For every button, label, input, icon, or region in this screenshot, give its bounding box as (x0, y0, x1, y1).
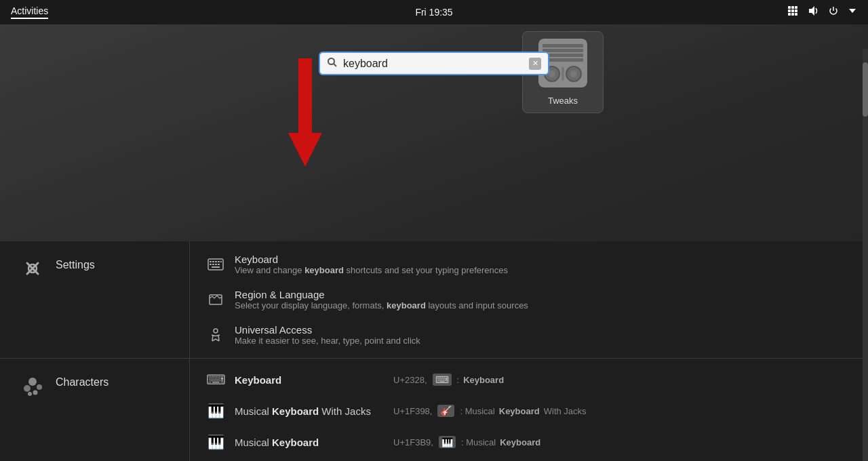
red-arrow (285, 58, 326, 176)
char-musical-item[interactable]: 🎹 Musical Keyboard U+1F3B9, 🎹: Musical K… (190, 426, 868, 458)
datetime-display: Fri 19:35 (415, 7, 452, 18)
power-icon[interactable] (827, 5, 840, 20)
svg-marker-9 (809, 6, 814, 16)
chevron-down-icon[interactable] (848, 6, 857, 18)
search-input[interactable] (343, 58, 524, 70)
svg-rect-6 (788, 13, 791, 16)
svg-rect-14 (542, 44, 583, 47)
svg-point-44 (28, 392, 32, 396)
svg-rect-8 (795, 13, 797, 16)
svg-point-21 (570, 71, 577, 77)
svg-rect-32 (220, 261, 222, 262)
network-icon[interactable] (787, 5, 799, 20)
svg-point-41 (37, 384, 42, 390)
char-keyboard-code: U+2328, ⌨: Keyboard (393, 374, 504, 386)
svg-rect-22 (561, 67, 564, 81)
svg-rect-33 (210, 264, 212, 265)
search-wrapper: ✕ (319, 52, 549, 75)
svg-rect-1 (791, 6, 794, 9)
scrollbar[interactable] (863, 49, 868, 461)
settings-icon (20, 256, 45, 281)
access-desc: Make it easier to see, hear, type, point… (235, 336, 420, 346)
top-bar-left: Activities (11, 5, 48, 19)
characters-section: Characters ⌨ Keyboard U+2328, ⌨: Keyboar… (0, 359, 868, 461)
search-clear-button[interactable]: ✕ (529, 58, 541, 70)
svg-marker-23 (288, 58, 322, 167)
svg-marker-10 (849, 9, 856, 13)
char-musical-jacks-icon: 🎹 (206, 401, 225, 420)
char-musical-jacks-name: Musical Keyboard With Jacks (235, 405, 384, 417)
settings-title: Settings (56, 255, 95, 271)
svg-rect-34 (212, 264, 214, 265)
tweaks-label: Tweaks (548, 96, 578, 106)
settings-access-item[interactable]: Universal Access Make it easier to see, … (190, 317, 868, 353)
search-container: ✕ (319, 52, 549, 75)
svg-rect-4 (791, 9, 794, 12)
settings-keyboard-item[interactable]: Keyboard View and change keyboard shortc… (190, 247, 868, 282)
svg-point-39 (214, 329, 218, 333)
keyboard-settings-title: Keyboard (235, 254, 508, 265)
region-text: Region & Language Select your display la… (235, 289, 528, 310)
activities-button[interactable]: Activities (11, 5, 48, 19)
scrollbar-thumb[interactable] (863, 62, 868, 117)
svg-rect-2 (795, 6, 797, 9)
svg-point-19 (549, 71, 555, 77)
characters-title: Characters (56, 372, 108, 388)
svg-line-12 (334, 64, 336, 66)
settings-items: Keyboard View and change keyboard shortc… (190, 241, 868, 358)
char-musical-icon: 🎹 (206, 433, 225, 452)
svg-rect-30 (215, 261, 217, 262)
main-content: ✕ (0, 24, 868, 461)
svg-rect-28 (210, 261, 212, 262)
svg-point-40 (28, 378, 37, 386)
region-desc: Select your display language, formats, k… (235, 300, 528, 310)
search-icon (327, 57, 338, 70)
access-text: Universal Access Make it easier to see, … (235, 324, 420, 346)
svg-rect-29 (212, 261, 214, 262)
char-musical-name: Musical Keyboard (235, 437, 384, 448)
keyboard-settings-desc: View and change keyboard shortcuts and s… (235, 265, 508, 275)
svg-rect-7 (791, 13, 794, 16)
char-keyboard-name: Keyboard (235, 374, 384, 386)
svg-rect-35 (215, 264, 217, 265)
results-panel: Settings (0, 241, 868, 461)
svg-point-42 (24, 385, 31, 392)
char-musical-jacks-code: U+1F398, 🎸: Musical Keyboard With Jacks (393, 405, 587, 417)
svg-rect-36 (218, 264, 220, 265)
svg-rect-31 (218, 261, 220, 262)
svg-rect-3 (788, 9, 791, 12)
region-icon (206, 290, 225, 309)
settings-section: Settings (0, 241, 868, 359)
keyboard-settings-icon (206, 255, 225, 274)
characters-icon (20, 374, 45, 398)
upper-area: ✕ (0, 24, 868, 187)
svg-rect-37 (212, 266, 220, 268)
char-musical-jacks-item[interactable]: 🎹 Musical Keyboard With Jacks U+1F398, 🎸… (190, 395, 868, 426)
svg-point-43 (33, 390, 38, 395)
keyboard-settings-text: Keyboard View and change keyboard shortc… (235, 254, 508, 275)
svg-rect-0 (788, 6, 791, 9)
access-icon (206, 325, 225, 344)
sound-icon[interactable] (807, 5, 819, 20)
access-title: Universal Access (235, 324, 420, 336)
top-bar: Activities Fri 19:35 (0, 0, 868, 24)
settings-region-item[interactable]: Region & Language Select your display la… (190, 282, 868, 317)
char-keyboard-item[interactable]: ⌨ Keyboard U+2328, ⌨: Keyboard (190, 364, 868, 395)
svg-rect-38 (210, 295, 222, 304)
char-musical-code: U+1F3B9, 🎹: Musical Keyboard (393, 436, 540, 448)
characters-sidebar: Characters (0, 359, 190, 461)
svg-point-11 (328, 58, 334, 64)
char-mouse-item[interactable]: 🖥 Keyboard And Mouse U+1F5A6, 🖥: Keyboar… (190, 458, 868, 461)
region-title: Region & Language (235, 289, 528, 300)
top-bar-right (787, 5, 857, 20)
characters-items: ⌨ Keyboard U+2328, ⌨: Keyboard 🎹 Musical… (190, 359, 868, 461)
char-keyboard-icon: ⌨ (206, 370, 225, 389)
settings-sidebar: Settings (0, 241, 190, 358)
svg-rect-5 (795, 9, 797, 12)
